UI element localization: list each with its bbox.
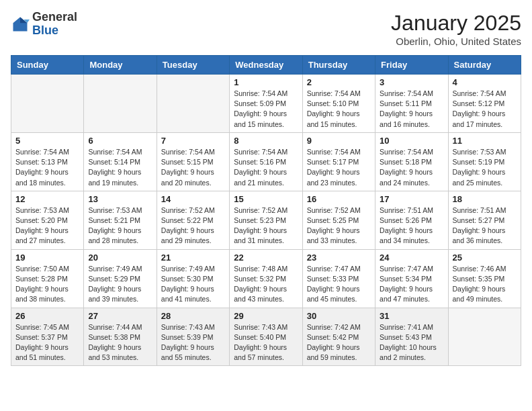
day-info: Sunrise: 7:54 AM Sunset: 5:11 PM Dayligh… (380, 89, 443, 130)
day-number: 12 (15, 194, 79, 204)
day-number: 13 (88, 194, 152, 204)
day-info: Sunrise: 7:42 AM Sunset: 5:42 PM Dayligh… (307, 322, 371, 363)
day-number: 8 (234, 136, 298, 146)
day-number: 29 (234, 311, 298, 321)
day-header-friday: Friday (375, 56, 448, 75)
calendar-cell: 14Sunrise: 7:52 AM Sunset: 5:22 PM Dayli… (157, 191, 229, 249)
day-number: 15 (234, 194, 298, 204)
day-info: Sunrise: 7:54 AM Sunset: 5:14 PM Dayligh… (88, 147, 152, 188)
day-number: 28 (161, 311, 225, 321)
calendar-cell: 23Sunrise: 7:47 AM Sunset: 5:33 PM Dayli… (302, 249, 375, 308)
day-number: 1 (234, 77, 298, 87)
day-info: Sunrise: 7:49 AM Sunset: 5:30 PM Dayligh… (161, 264, 225, 305)
week-row-4: 19Sunrise: 7:50 AM Sunset: 5:28 PM Dayli… (11, 249, 521, 308)
calendar-cell: 13Sunrise: 7:53 AM Sunset: 5:21 PM Dayli… (84, 191, 157, 249)
day-info: Sunrise: 7:47 AM Sunset: 5:33 PM Dayligh… (307, 264, 371, 305)
month-title: January 2025 (391, 11, 521, 36)
calendar-cell (448, 308, 521, 366)
day-number: 26 (15, 311, 79, 321)
logo-text: General Blue (32, 11, 77, 38)
day-info: Sunrise: 7:51 AM Sunset: 5:26 PM Dayligh… (380, 205, 443, 246)
calendar-cell: 3Sunrise: 7:54 AM Sunset: 5:11 PM Daylig… (375, 75, 448, 133)
day-number: 18 (453, 194, 517, 204)
day-info: Sunrise: 7:54 AM Sunset: 5:17 PM Dayligh… (307, 147, 371, 188)
calendar-cell: 29Sunrise: 7:43 AM Sunset: 5:40 PM Dayli… (230, 308, 302, 366)
calendar-cell: 24Sunrise: 7:47 AM Sunset: 5:34 PM Dayli… (375, 249, 448, 308)
day-number: 25 (453, 253, 517, 263)
calendar-cell: 19Sunrise: 7:50 AM Sunset: 5:28 PM Dayli… (11, 249, 84, 308)
day-number: 5 (15, 136, 79, 146)
day-number: 10 (380, 136, 443, 146)
calendar-cell: 22Sunrise: 7:48 AM Sunset: 5:32 PM Dayli… (230, 249, 302, 308)
day-info: Sunrise: 7:43 AM Sunset: 5:39 PM Dayligh… (161, 322, 225, 363)
day-info: Sunrise: 7:54 AM Sunset: 5:13 PM Dayligh… (15, 147, 79, 188)
day-number: 20 (88, 253, 152, 263)
day-number: 21 (161, 253, 225, 263)
day-number: 6 (88, 136, 152, 146)
day-header-tuesday: Tuesday (157, 56, 229, 75)
day-info: Sunrise: 7:54 AM Sunset: 5:10 PM Dayligh… (307, 89, 371, 130)
calendar-cell: 31Sunrise: 7:41 AM Sunset: 5:43 PM Dayli… (375, 308, 448, 366)
day-header-wednesday: Wednesday (230, 56, 302, 75)
title-block: January 2025 Oberlin, Ohio, United State… (391, 11, 521, 47)
calendar-cell: 21Sunrise: 7:49 AM Sunset: 5:30 PM Dayli… (157, 249, 229, 308)
calendar-cell: 1Sunrise: 7:54 AM Sunset: 5:09 PM Daylig… (230, 75, 302, 133)
calendar-cell: 30Sunrise: 7:42 AM Sunset: 5:42 PM Dayli… (302, 308, 375, 366)
day-number: 2 (307, 77, 371, 87)
day-info: Sunrise: 7:49 AM Sunset: 5:29 PM Dayligh… (88, 264, 152, 305)
day-number: 16 (307, 194, 371, 204)
calendar-cell: 28Sunrise: 7:43 AM Sunset: 5:39 PM Dayli… (157, 308, 229, 366)
calendar-cell (11, 75, 84, 133)
day-number: 11 (453, 136, 517, 146)
calendar-cell: 16Sunrise: 7:52 AM Sunset: 5:25 PM Dayli… (302, 191, 375, 249)
calendar-cell: 12Sunrise: 7:53 AM Sunset: 5:20 PM Dayli… (11, 191, 84, 249)
calendar-cell: 9Sunrise: 7:54 AM Sunset: 5:17 PM Daylig… (302, 132, 375, 191)
calendar-cell: 20Sunrise: 7:49 AM Sunset: 5:29 PM Dayli… (84, 249, 157, 308)
day-number: 3 (380, 77, 443, 87)
calendar-cell: 5Sunrise: 7:54 AM Sunset: 5:13 PM Daylig… (11, 132, 84, 191)
day-number: 7 (161, 136, 225, 146)
day-number: 23 (307, 253, 371, 263)
calendar-cell: 18Sunrise: 7:51 AM Sunset: 5:27 PM Dayli… (448, 191, 521, 249)
day-number: 31 (380, 311, 443, 321)
calendar-cell: 15Sunrise: 7:52 AM Sunset: 5:23 PM Dayli… (230, 191, 302, 249)
day-info: Sunrise: 7:54 AM Sunset: 5:15 PM Dayligh… (161, 147, 225, 188)
day-info: Sunrise: 7:43 AM Sunset: 5:40 PM Dayligh… (234, 322, 298, 363)
day-info: Sunrise: 7:46 AM Sunset: 5:35 PM Dayligh… (453, 264, 517, 305)
day-info: Sunrise: 7:54 AM Sunset: 5:12 PM Dayligh… (453, 89, 517, 130)
day-info: Sunrise: 7:51 AM Sunset: 5:27 PM Dayligh… (453, 205, 517, 246)
week-row-5: 26Sunrise: 7:45 AM Sunset: 5:37 PM Dayli… (11, 308, 521, 366)
calendar-cell: 11Sunrise: 7:53 AM Sunset: 5:19 PM Dayli… (448, 132, 521, 191)
day-info: Sunrise: 7:53 AM Sunset: 5:21 PM Dayligh… (88, 205, 152, 246)
day-info: Sunrise: 7:54 AM Sunset: 5:09 PM Dayligh… (234, 89, 298, 130)
day-header-saturday: Saturday (448, 56, 521, 75)
calendar-cell: 8Sunrise: 7:54 AM Sunset: 5:16 PM Daylig… (230, 132, 302, 191)
calendar-cell: 2Sunrise: 7:54 AM Sunset: 5:10 PM Daylig… (302, 75, 375, 133)
calendar-cell: 26Sunrise: 7:45 AM Sunset: 5:37 PM Dayli… (11, 308, 84, 366)
calendar-cell: 17Sunrise: 7:51 AM Sunset: 5:26 PM Dayli… (375, 191, 448, 249)
day-info: Sunrise: 7:52 AM Sunset: 5:25 PM Dayligh… (307, 205, 371, 246)
day-info: Sunrise: 7:41 AM Sunset: 5:43 PM Dayligh… (380, 322, 443, 363)
calendar-header-row: SundayMondayTuesdayWednesdayThursdayFrid… (11, 56, 521, 75)
calendar-cell: 6Sunrise: 7:54 AM Sunset: 5:14 PM Daylig… (84, 132, 157, 191)
day-info: Sunrise: 7:53 AM Sunset: 5:20 PM Dayligh… (15, 205, 79, 246)
day-number: 22 (234, 253, 298, 263)
day-header-sunday: Sunday (11, 56, 84, 75)
day-info: Sunrise: 7:45 AM Sunset: 5:37 PM Dayligh… (15, 322, 79, 363)
day-info: Sunrise: 7:47 AM Sunset: 5:34 PM Dayligh… (380, 264, 443, 305)
calendar-cell: 10Sunrise: 7:54 AM Sunset: 5:18 PM Dayli… (375, 132, 448, 191)
logo: General Blue (11, 11, 77, 38)
day-info: Sunrise: 7:54 AM Sunset: 5:16 PM Dayligh… (234, 147, 298, 188)
day-number: 27 (88, 311, 152, 321)
calendar-cell (84, 75, 157, 133)
day-number: 30 (307, 311, 371, 321)
day-info: Sunrise: 7:54 AM Sunset: 5:18 PM Dayligh… (380, 147, 443, 188)
day-number: 19 (15, 253, 79, 263)
day-header-monday: Monday (84, 56, 157, 75)
day-number: 14 (161, 194, 225, 204)
calendar-cell: 27Sunrise: 7:44 AM Sunset: 5:38 PM Dayli… (84, 308, 157, 366)
week-row-1: 1Sunrise: 7:54 AM Sunset: 5:09 PM Daylig… (11, 75, 521, 133)
day-info: Sunrise: 7:53 AM Sunset: 5:19 PM Dayligh… (453, 147, 517, 188)
location: Oberlin, Ohio, United States (391, 36, 521, 47)
week-row-2: 5Sunrise: 7:54 AM Sunset: 5:13 PM Daylig… (11, 132, 521, 191)
